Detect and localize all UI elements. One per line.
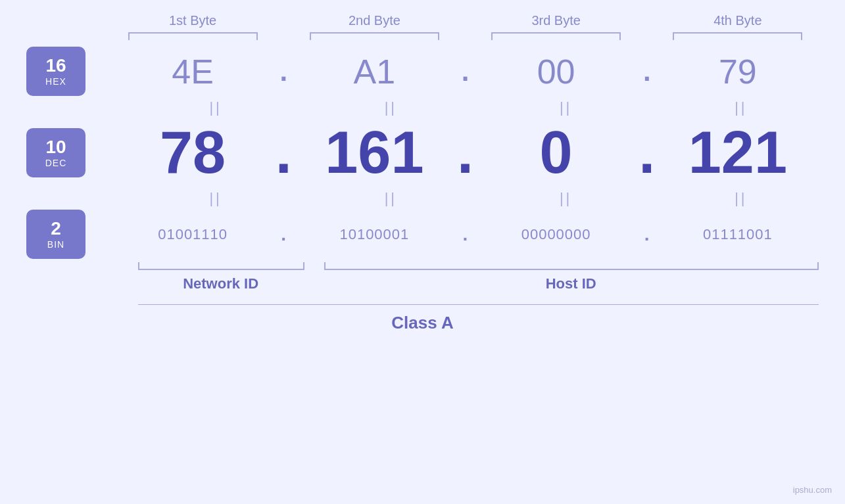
- class-divider: [138, 304, 819, 305]
- dec-sep3: .: [637, 119, 657, 187]
- sep1-header: [274, 13, 293, 40]
- bin-b3-cell: 00000000: [475, 226, 637, 243]
- equals-2-b1: ||: [138, 190, 293, 207]
- bin-badge-label: BIN: [47, 239, 64, 250]
- equals-row-2: || || || ||: [26, 187, 819, 210]
- hex-badge-label: HEX: [45, 76, 66, 87]
- hex-row: 16 HEX 4E . A1 . 00 . 79: [26, 47, 819, 96]
- dec-b4-cell: 121: [657, 119, 819, 187]
- dec-sep2: .: [456, 119, 475, 187]
- hex-b4-value: 79: [719, 52, 757, 91]
- byte2-col-header: 2nd Byte: [293, 13, 455, 40]
- byte3-col-header: 3rd Byte: [475, 13, 637, 40]
- byte4-label: 4th Byte: [713, 13, 761, 28]
- hex-b1-cell: 4E: [112, 52, 274, 91]
- byte3-label: 3rd Byte: [531, 13, 580, 28]
- dec-dot3: .: [639, 119, 655, 187]
- dec-badge-number: 10: [45, 137, 66, 158]
- bin-dot2: .: [463, 224, 468, 245]
- class-label: Class A: [26, 313, 819, 333]
- equals-2-b3: ||: [489, 190, 644, 207]
- hex-dot1: .: [279, 56, 287, 87]
- byte-headers: 1st Byte 2nd Byte 3rd Byte 4th Byte: [26, 13, 819, 40]
- bin-sep1: .: [274, 224, 293, 245]
- hex-b3-value: 00: [537, 52, 575, 91]
- hex-b2-cell: A1: [293, 52, 455, 91]
- dec-dot2: .: [457, 119, 473, 187]
- dec-b2-cell: 161: [293, 119, 455, 187]
- bin-b2-value: 10100001: [339, 226, 409, 243]
- byte2-label: 2nd Byte: [349, 13, 400, 28]
- bin-b4-cell: 01111001: [657, 226, 819, 243]
- bottom-section: Network ID Host ID: [26, 262, 819, 292]
- sep2-header: [456, 13, 475, 40]
- bracket-row: [26, 262, 819, 270]
- hex-b4-cell: 79: [657, 52, 819, 91]
- host-id-label: Host ID: [323, 275, 819, 292]
- equals-1-b4: ||: [664, 99, 819, 116]
- hex-dot2: .: [462, 56, 470, 87]
- bin-b2-cell: 10100001: [293, 226, 455, 243]
- label-row: Network ID Host ID: [26, 275, 819, 292]
- bin-sep2: .: [456, 224, 475, 245]
- byte4-bracket-top: [673, 32, 802, 40]
- byte2-bracket-top: [310, 32, 439, 40]
- hex-badge: 16 HEX: [26, 47, 85, 96]
- bin-b4-value: 01111001: [703, 226, 773, 243]
- dec-b1-cell: 78: [112, 119, 274, 187]
- hex-dot3: .: [643, 56, 651, 87]
- dec-b3-value: 0: [540, 119, 573, 187]
- bin-b3-value: 00000000: [521, 226, 591, 243]
- class-section: Class A: [26, 304, 819, 333]
- dec-badge: 10 DEC: [26, 128, 85, 177]
- dot-bracket-spacer-2: [303, 275, 323, 292]
- byte4-col-header: 4th Byte: [657, 13, 819, 40]
- equals-row-1: || || || ||: [26, 96, 819, 119]
- equals-1-b3: ||: [489, 99, 644, 116]
- bin-badge: 2 BIN: [26, 210, 85, 259]
- dec-b3-cell: 0: [475, 119, 637, 187]
- dec-badge-label: DEC: [45, 158, 67, 168]
- label-spacer: [26, 275, 112, 292]
- dec-dot1: .: [276, 119, 292, 187]
- bin-b1-cell: 01001110: [112, 226, 274, 243]
- equals-2-b4: ||: [664, 190, 819, 207]
- main-container: 1st Byte 2nd Byte 3rd Byte 4th Byte 16 H…: [0, 0, 845, 504]
- bin-row: 2 BIN 01001110 . 10100001 . 00000000 . 0…: [26, 210, 819, 259]
- watermark: ipshu.com: [793, 485, 832, 495]
- dec-b2-value: 161: [325, 119, 423, 187]
- dec-sep1: .: [274, 119, 293, 187]
- byte3-bracket-top: [491, 32, 621, 40]
- bin-dot3: .: [644, 224, 650, 245]
- dec-row: 10 DEC 78 . 161 . 0 . 121: [26, 119, 819, 187]
- hex-sep1: .: [274, 56, 293, 87]
- bin-dot1: .: [281, 224, 286, 245]
- network-id-label: Network ID: [138, 275, 303, 292]
- hex-sep2: .: [456, 56, 475, 87]
- hex-b1-value: 4E: [172, 52, 214, 91]
- byte1-col-header: 1st Byte: [112, 13, 274, 40]
- bin-sep3: .: [637, 224, 657, 245]
- dec-b1-value: 78: [160, 119, 226, 187]
- hex-b2-value: A1: [354, 52, 396, 91]
- dec-b4-value: 121: [688, 119, 787, 187]
- byte1-bracket-top: [128, 32, 258, 40]
- bin-b1-value: 01001110: [158, 226, 228, 243]
- network-bracket: [138, 262, 304, 270]
- hex-sep3: .: [637, 56, 657, 87]
- sep3-header: [637, 13, 657, 40]
- host-bracket: [324, 262, 819, 270]
- bin-badge-number: 2: [51, 219, 61, 239]
- hex-badge-number: 16: [45, 56, 66, 76]
- hex-b3-cell: 00: [475, 52, 637, 91]
- equals-1-b2: ||: [313, 99, 468, 116]
- byte1-label: 1st Byte: [169, 13, 216, 28]
- equals-1-b1: ||: [138, 99, 293, 116]
- equals-2-b2: ||: [313, 190, 468, 207]
